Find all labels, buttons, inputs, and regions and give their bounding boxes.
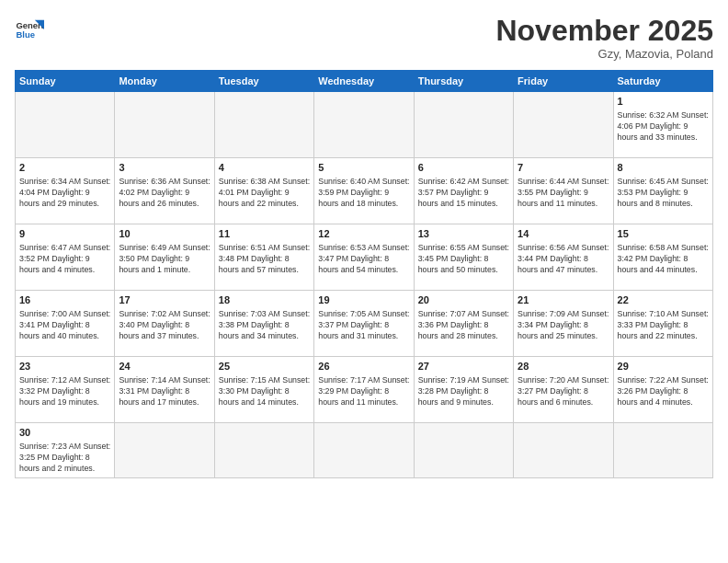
day-number: 3 bbox=[119, 161, 210, 175]
day-number: 24 bbox=[119, 360, 210, 373]
table-row: 9Sunrise: 6:47 AM Sunset: 3:52 PM Daylig… bbox=[16, 224, 115, 291]
day-info: Sunrise: 7:23 AM Sunset: 3:25 PM Dayligh… bbox=[19, 442, 110, 475]
table-row bbox=[414, 92, 513, 158]
table-row bbox=[514, 423, 613, 478]
table-row bbox=[115, 92, 214, 158]
header-friday: Friday bbox=[514, 71, 613, 92]
table-row: 3Sunrise: 6:36 AM Sunset: 4:02 PM Daylig… bbox=[115, 158, 214, 224]
day-number: 17 bbox=[119, 293, 210, 307]
day-info: Sunrise: 6:36 AM Sunset: 4:02 PM Dayligh… bbox=[119, 177, 210, 210]
table-row: 13Sunrise: 6:55 AM Sunset: 3:45 PM Dayli… bbox=[414, 224, 513, 291]
day-number: 19 bbox=[318, 293, 409, 307]
table-row: 29Sunrise: 7:22 AM Sunset: 3:26 PM Dayli… bbox=[613, 357, 712, 423]
day-info: Sunrise: 6:34 AM Sunset: 4:04 PM Dayligh… bbox=[19, 177, 110, 210]
day-number: 21 bbox=[518, 293, 609, 307]
day-info: Sunrise: 6:32 AM Sunset: 4:06 PM Dayligh… bbox=[618, 110, 709, 144]
page: General Blue November 2025 Gzy, Mazovia,… bbox=[0, 0, 728, 563]
table-row bbox=[414, 423, 513, 478]
day-number: 15 bbox=[618, 227, 709, 241]
header: General Blue November 2025 Gzy, Mazovia,… bbox=[15, 15, 713, 61]
month-title: November 2025 bbox=[495, 15, 713, 47]
day-info: Sunrise: 6:47 AM Sunset: 3:52 PM Dayligh… bbox=[19, 243, 110, 276]
header-monday: Monday bbox=[115, 71, 214, 92]
general-blue-logo-icon: General Blue bbox=[15, 15, 44, 44]
day-number: 28 bbox=[518, 360, 609, 373]
table-row bbox=[314, 92, 414, 158]
day-info: Sunrise: 6:38 AM Sunset: 4:01 PM Dayligh… bbox=[219, 177, 310, 210]
day-number: 1 bbox=[618, 95, 709, 109]
table-row: 5Sunrise: 6:40 AM Sunset: 3:59 PM Daylig… bbox=[314, 158, 414, 224]
day-info: Sunrise: 6:56 AM Sunset: 3:44 PM Dayligh… bbox=[518, 243, 609, 276]
header-wednesday: Wednesday bbox=[314, 71, 414, 92]
day-info: Sunrise: 7:19 AM Sunset: 3:28 PM Dayligh… bbox=[418, 375, 509, 408]
table-row: 14Sunrise: 6:56 AM Sunset: 3:44 PM Dayli… bbox=[514, 224, 613, 291]
day-number: 7 bbox=[518, 161, 609, 175]
day-info: Sunrise: 7:15 AM Sunset: 3:30 PM Dayligh… bbox=[219, 375, 310, 408]
table-row bbox=[613, 423, 712, 478]
day-number: 27 bbox=[418, 360, 509, 373]
table-row bbox=[514, 92, 613, 158]
day-number: 8 bbox=[618, 161, 709, 175]
day-info: Sunrise: 7:00 AM Sunset: 3:41 PM Dayligh… bbox=[19, 309, 110, 342]
table-row: 27Sunrise: 7:19 AM Sunset: 3:28 PM Dayli… bbox=[414, 357, 513, 423]
day-number: 20 bbox=[418, 293, 509, 307]
table-row: 17Sunrise: 7:02 AM Sunset: 3:40 PM Dayli… bbox=[115, 291, 214, 357]
table-row bbox=[314, 423, 414, 478]
day-number: 12 bbox=[318, 227, 409, 241]
day-info: Sunrise: 7:17 AM Sunset: 3:29 PM Dayligh… bbox=[318, 375, 409, 408]
calendar-table: Sunday Monday Tuesday Wednesday Thursday… bbox=[15, 70, 713, 478]
day-number: 4 bbox=[219, 161, 310, 175]
table-row: 19Sunrise: 7:05 AM Sunset: 3:37 PM Dayli… bbox=[314, 291, 414, 357]
day-number: 22 bbox=[618, 293, 709, 307]
day-number: 11 bbox=[219, 227, 310, 241]
day-info: Sunrise: 6:58 AM Sunset: 3:42 PM Dayligh… bbox=[618, 243, 709, 276]
day-info: Sunrise: 7:02 AM Sunset: 3:40 PM Dayligh… bbox=[119, 309, 210, 342]
day-info: Sunrise: 7:20 AM Sunset: 3:27 PM Dayligh… bbox=[518, 375, 609, 408]
day-number: 18 bbox=[219, 293, 310, 307]
day-info: Sunrise: 6:40 AM Sunset: 3:59 PM Dayligh… bbox=[318, 177, 409, 210]
day-number: 23 bbox=[19, 360, 110, 373]
day-number: 29 bbox=[618, 360, 709, 373]
day-info: Sunrise: 7:09 AM Sunset: 3:34 PM Dayligh… bbox=[518, 309, 609, 342]
calendar-header-row: Sunday Monday Tuesday Wednesday Thursday… bbox=[16, 71, 713, 92]
day-info: Sunrise: 7:03 AM Sunset: 3:38 PM Dayligh… bbox=[219, 309, 310, 342]
day-info: Sunrise: 7:12 AM Sunset: 3:32 PM Dayligh… bbox=[19, 375, 110, 408]
day-info: Sunrise: 6:45 AM Sunset: 3:53 PM Dayligh… bbox=[618, 177, 709, 210]
day-number: 6 bbox=[418, 161, 509, 175]
day-info: Sunrise: 6:55 AM Sunset: 3:45 PM Dayligh… bbox=[418, 243, 509, 276]
table-row bbox=[214, 92, 313, 158]
header-thursday: Thursday bbox=[414, 71, 513, 92]
table-row bbox=[214, 423, 313, 478]
table-row: 20Sunrise: 7:07 AM Sunset: 3:36 PM Dayli… bbox=[414, 291, 513, 357]
day-info: Sunrise: 6:53 AM Sunset: 3:47 PM Dayligh… bbox=[318, 243, 409, 276]
table-row: 21Sunrise: 7:09 AM Sunset: 3:34 PM Dayli… bbox=[514, 291, 613, 357]
table-row: 12Sunrise: 6:53 AM Sunset: 3:47 PM Dayli… bbox=[314, 224, 414, 291]
header-saturday: Saturday bbox=[613, 71, 712, 92]
day-info: Sunrise: 7:22 AM Sunset: 3:26 PM Dayligh… bbox=[618, 375, 709, 408]
table-row: 24Sunrise: 7:14 AM Sunset: 3:31 PM Dayli… bbox=[115, 357, 214, 423]
header-sunday: Sunday bbox=[16, 71, 115, 92]
table-row: 16Sunrise: 7:00 AM Sunset: 3:41 PM Dayli… bbox=[16, 291, 115, 357]
day-info: Sunrise: 7:07 AM Sunset: 3:36 PM Dayligh… bbox=[418, 309, 509, 342]
day-info: Sunrise: 6:51 AM Sunset: 3:48 PM Dayligh… bbox=[219, 243, 310, 276]
table-row: 11Sunrise: 6:51 AM Sunset: 3:48 PM Dayli… bbox=[214, 224, 313, 291]
day-number: 25 bbox=[219, 360, 310, 373]
title-block: November 2025 Gzy, Mazovia, Poland bbox=[495, 15, 713, 61]
svg-text:Blue: Blue bbox=[16, 29, 34, 40]
day-number: 2 bbox=[19, 161, 110, 175]
table-row: 15Sunrise: 6:58 AM Sunset: 3:42 PM Dayli… bbox=[613, 224, 712, 291]
table-row: 8Sunrise: 6:45 AM Sunset: 3:53 PM Daylig… bbox=[613, 158, 712, 224]
table-row: 7Sunrise: 6:44 AM Sunset: 3:55 PM Daylig… bbox=[514, 158, 613, 224]
day-number: 30 bbox=[19, 426, 110, 440]
day-number: 14 bbox=[518, 227, 609, 241]
day-number: 26 bbox=[318, 360, 409, 373]
table-row: 4Sunrise: 6:38 AM Sunset: 4:01 PM Daylig… bbox=[214, 158, 313, 224]
table-row: 18Sunrise: 7:03 AM Sunset: 3:38 PM Dayli… bbox=[214, 291, 313, 357]
table-row: 25Sunrise: 7:15 AM Sunset: 3:30 PM Dayli… bbox=[214, 357, 313, 423]
table-row: 6Sunrise: 6:42 AM Sunset: 3:57 PM Daylig… bbox=[414, 158, 513, 224]
table-row: 26Sunrise: 7:17 AM Sunset: 3:29 PM Dayli… bbox=[314, 357, 414, 423]
table-row: 23Sunrise: 7:12 AM Sunset: 3:32 PM Dayli… bbox=[16, 357, 115, 423]
logo: General Blue bbox=[15, 15, 44, 44]
day-info: Sunrise: 6:42 AM Sunset: 3:57 PM Dayligh… bbox=[418, 177, 509, 210]
day-info: Sunrise: 7:14 AM Sunset: 3:31 PM Dayligh… bbox=[119, 375, 210, 408]
